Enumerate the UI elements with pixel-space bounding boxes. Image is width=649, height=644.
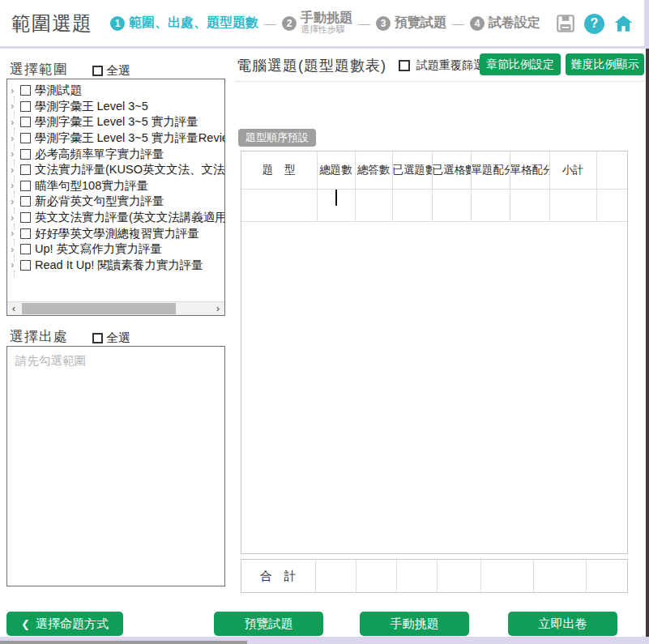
back-to-method-button[interactable]: ❮ 選擇命題方式	[6, 612, 123, 636]
step-2-manual-pick[interactable]: 2 手動挑題 選擇性步驟	[282, 11, 352, 34]
tree-item[interactable]: › 學測字彙王 Level 3~5 實力評量Review	[7, 130, 224, 147]
tree-item-label: 新必背英文句型實力評量	[35, 194, 164, 209]
expand-icon[interactable]: ›	[11, 102, 20, 110]
tree-item[interactable]: › 學測字彙王 Level 3~5 實力評量	[7, 114, 224, 130]
total-cell	[480, 560, 533, 592]
table-header-row: 題 型 總題數 總答數 已選題數 已選格數 單題配分 單格配分 小計	[241, 151, 627, 189]
expand-icon[interactable]: ›	[11, 181, 20, 190]
tree-item-label: 學測字彙王 Level 3~5 實力評量Review	[35, 130, 224, 146]
col-points-per-blank: 單格配分	[510, 151, 549, 189]
scrollbar-thumb[interactable]	[22, 303, 176, 314]
expand-icon[interactable]: ›	[11, 261, 20, 269]
tree-item-checkbox[interactable]	[20, 244, 31, 254]
tree-item[interactable]: › 學測試題	[7, 83, 224, 99]
range-tree-box: › 學測試題 › 學測字彙王 Level 3~5 › 學測字彙王 Level 3…	[6, 79, 225, 316]
step-2-circle: 2	[282, 16, 297, 31]
text-cursor	[335, 190, 337, 206]
tree-item-label: 文法實力評量(KUSO英文文法、文法開麥拉	[35, 162, 224, 177]
cell-selected-blanks[interactable]	[432, 189, 471, 221]
range-select-all-checkbox[interactable]	[92, 66, 103, 76]
chapter-ratio-button[interactable]: 章節比例設定	[480, 53, 561, 75]
duplicate-filter-checkbox[interactable]	[399, 60, 410, 71]
tree-item[interactable]: › 必考高頻率單字實力評量	[7, 146, 224, 162]
tree-item[interactable]: › 好好學英文學測總複習實力評量	[7, 225, 224, 241]
step-2-subtitle: 選擇性步驟	[301, 25, 352, 35]
step-3-preview[interactable]: 3 預覽試題	[376, 16, 446, 31]
tree-item-label: 英文文法實力評量(英文文法講義適用)	[35, 210, 224, 225]
duplicate-filter[interactable]: 試題重覆篩選	[399, 58, 485, 73]
cell-total-answers[interactable]	[355, 189, 392, 221]
tree-item-checkbox[interactable]	[20, 101, 31, 112]
tree-item-checkbox[interactable]	[20, 181, 31, 191]
help-icon[interactable]: ?	[584, 14, 604, 34]
window-scrollbar-edge[interactable]	[646, 49, 649, 637]
cell-question-type[interactable]	[241, 189, 317, 221]
tree-item-checkbox[interactable]	[20, 228, 31, 239]
right-panel-divider	[235, 81, 644, 82]
expand-icon[interactable]: ›	[11, 118, 20, 126]
manual-pick-button[interactable]: 手動挑題	[360, 612, 469, 636]
tree-item[interactable]: › 文法實力評量(KUSO英文文法、文法開麥拉	[7, 162, 224, 178]
tree-item-checkbox[interactable]	[20, 85, 31, 96]
horizontal-scrollbar[interactable]: ‹ ›	[7, 301, 224, 315]
expand-icon[interactable]: ›	[11, 245, 20, 254]
total-cell	[315, 560, 356, 592]
expand-icon[interactable]: ›	[11, 134, 20, 143]
total-row: 合 計	[241, 560, 627, 592]
col-selected-questions: 已選題數	[392, 151, 432, 189]
generate-paper-button[interactable]: 立即出卷	[508, 612, 617, 636]
source-placeholder: 請先勾選範圍	[7, 347, 224, 375]
save-icon[interactable]	[555, 13, 576, 34]
tree-item[interactable]: › 英文文法實力評量(英文文法講義適用)	[7, 210, 224, 226]
tree-item-checkbox[interactable]	[20, 164, 31, 175]
app-window: 範圍選題 1 範圍、出處、題型題數 — 2 手動挑題 選擇性步驟 — 3 預覽試…	[0, 0, 649, 644]
step-separator: —	[264, 16, 276, 30]
difficulty-ratio-button[interactable]: 難度比例顯示	[566, 53, 644, 75]
expand-icon[interactable]: ›	[11, 87, 20, 95]
question-type-table: 題 型 總題數 總答數 已選題數 已選格數 單題配分 單格配分 小計	[241, 151, 627, 222]
tree-item-checkbox[interactable]	[20, 149, 31, 160]
scroll-left-icon[interactable]: ‹	[7, 303, 20, 315]
source-section-title: 選擇出處	[10, 327, 68, 346]
step-4-paper-settings[interactable]: 4 試卷設定	[470, 16, 540, 31]
preview-questions-button[interactable]: 預覽試題	[214, 612, 323, 636]
cell-subtotal[interactable]	[549, 189, 596, 221]
tree-item[interactable]: › 瞄準句型108實力評量	[7, 178, 224, 194]
tree-item[interactable]: › Up! 英文寫作力實力評量	[7, 241, 224, 258]
source-select-all[interactable]: 全選	[92, 331, 130, 346]
tree-item-checkbox[interactable]	[20, 117, 31, 127]
expand-icon[interactable]: ›	[11, 198, 20, 206]
tree-item-label: 必考高頻率單字實力評量	[35, 147, 164, 162]
expand-icon[interactable]: ›	[11, 214, 20, 222]
range-select-all[interactable]: 全選	[92, 63, 130, 79]
cell-selected-questions[interactable]	[392, 189, 432, 221]
tree-item-checkbox[interactable]	[20, 196, 31, 207]
tree-item-label: 學測字彙王 Level 3~5	[35, 99, 148, 114]
scrollbar-track[interactable]	[20, 302, 211, 315]
tree-item[interactable]: › 新必背英文句型實力評量	[7, 194, 224, 210]
total-cell	[586, 560, 627, 592]
col-points-per-question: 單題配分	[471, 151, 510, 189]
tree-item-label: Up! 英文寫作力實力評量	[35, 241, 162, 257]
scroll-right-icon[interactable]: ›	[211, 303, 224, 315]
tree-item-checkbox[interactable]	[20, 212, 31, 223]
col-total-answers: 總答數	[355, 151, 392, 189]
step-4-circle: 4	[470, 16, 485, 31]
source-select-all-checkbox[interactable]	[92, 333, 103, 343]
expand-icon[interactable]: ›	[11, 150, 20, 158]
total-cell	[356, 560, 396, 592]
cell-points-per-question[interactable]	[471, 189, 510, 221]
step-1-range[interactable]: 1 範圍、出處、題型題數	[110, 16, 258, 31]
tree-item-checkbox[interactable]	[20, 260, 31, 271]
tree-item[interactable]: › Read It Up! 閱讀素養力實力評量	[7, 258, 224, 274]
expand-icon[interactable]: ›	[11, 229, 20, 237]
step-4-label: 試卷設定	[489, 16, 540, 30]
question-order-badge[interactable]: 題型順序預設	[238, 129, 316, 147]
home-icon[interactable]	[613, 13, 634, 34]
cell-points-per-blank[interactable]	[510, 189, 549, 221]
question-type-table-box: 題 型 總題數 總答數 已選題數 已選格數 單題配分 單格配分 小計	[241, 151, 628, 554]
expand-icon[interactable]: ›	[11, 166, 20, 174]
tree-item-checkbox[interactable]	[20, 133, 31, 143]
tree-item[interactable]: › 學測字彙王 Level 3~5	[7, 99, 224, 115]
header-bar: 範圍選題 1 範圍、出處、題型題數 — 2 手動挑題 選擇性步驟 — 3 預覽試…	[0, 0, 644, 46]
